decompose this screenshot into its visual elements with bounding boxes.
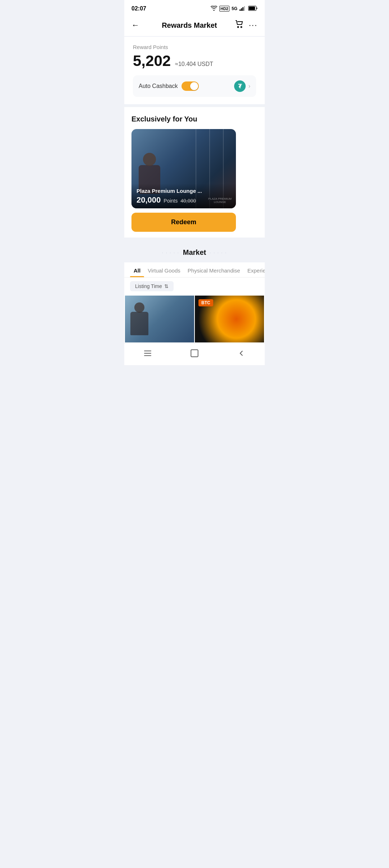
- wifi-icon: [211, 6, 217, 12]
- svg-rect-5: [249, 6, 255, 10]
- menu-nav-icon[interactable]: [143, 349, 152, 358]
- tab-physical-merchandise[interactable]: Physical Merchandise: [184, 262, 244, 277]
- svg-point-7: [241, 27, 242, 28]
- hd2-badge: HD2: [219, 6, 229, 12]
- svg-rect-2: [242, 7, 243, 11]
- svg-point-6: [237, 27, 238, 28]
- filter-label: Listing Time: [135, 283, 162, 289]
- tab-virtual-goods[interactable]: Virtual Goods: [144, 262, 184, 277]
- auto-cashback-wrapper: Auto Cashback ₮ ›: [124, 75, 265, 104]
- plaza-logo: PLAZA PREMIUMLOUNGE: [208, 197, 232, 204]
- card-lounge-name: Plaza Premium Lounge ...: [137, 188, 231, 194]
- market-header: · · · · · Market · · · · ·: [124, 248, 265, 262]
- back-button[interactable]: ←: [131, 21, 144, 30]
- svg-rect-11: [191, 350, 198, 357]
- exclusive-section: Exclusively for You Plaza Premium Lounge…: [124, 107, 265, 238]
- cashback-label: Auto Cashback: [139, 83, 178, 89]
- cart-icon[interactable]: [234, 19, 244, 31]
- product-grid: BTC: [124, 295, 265, 343]
- auto-cashback-box: Auto Cashback ₮ ›: [133, 75, 256, 97]
- status-icons: HD2 5G: [211, 6, 258, 12]
- header: ← Rewards Market ···: [124, 16, 265, 36]
- tab-all[interactable]: All: [130, 262, 144, 277]
- header-actions: ···: [234, 19, 258, 31]
- product-card-btc[interactable]: BTC: [195, 296, 264, 342]
- cashback-left: Auto Cashback: [139, 81, 199, 91]
- status-time: 02:07: [131, 5, 146, 12]
- card-points-label: Points: [164, 198, 178, 204]
- product-image-btc: BTC: [195, 296, 264, 342]
- tether-icon: ₮: [234, 80, 246, 92]
- reward-points-label: Reward Points: [133, 44, 256, 50]
- product-image-lounge: [125, 296, 194, 342]
- market-dots-right: · · · · ·: [210, 250, 227, 255]
- 5g-badge: 5G: [232, 6, 237, 11]
- signal-icon: [240, 6, 246, 12]
- sort-icon: ⇅: [164, 283, 169, 289]
- status-bar: 02:07 HD2 5G: [124, 0, 265, 16]
- market-section: · · · · · Market · · · · · All Virtual G…: [124, 240, 265, 343]
- svg-rect-0: [240, 9, 241, 11]
- reward-points-row: 5,202 ≈10.404 USDT: [133, 52, 256, 70]
- cashback-right[interactable]: ₮ ›: [234, 80, 250, 92]
- rewards-section: Reward Points 5,202 ≈10.404 USDT: [124, 37, 265, 75]
- card-points-original: 40,000: [180, 198, 196, 204]
- battery-icon: [248, 6, 258, 12]
- tab-experiences[interactable]: Experien: [244, 262, 265, 277]
- bottom-nav: [124, 343, 265, 365]
- market-title: Market: [183, 248, 206, 257]
- filter-row: Listing Time ⇅: [124, 278, 265, 295]
- back-nav-icon[interactable]: [237, 349, 246, 358]
- card-overlay: Plaza Premium Lounge ... 20,000 Points 4…: [131, 183, 236, 208]
- home-nav-icon[interactable]: [190, 349, 199, 358]
- btc-badge: BTC: [198, 299, 213, 306]
- exclusive-card: Plaza Premium Lounge ... 20,000 Points 4…: [131, 129, 236, 208]
- redeem-button[interactable]: Redeem: [131, 213, 236, 232]
- more-icon[interactable]: ···: [249, 21, 258, 30]
- listing-time-filter[interactable]: Listing Time ⇅: [130, 281, 174, 291]
- card-points-main: 20,000: [137, 195, 161, 205]
- svg-rect-3: [244, 6, 245, 11]
- market-dots-left: · · · · ·: [162, 250, 179, 255]
- product-card-lounge[interactable]: [125, 296, 194, 342]
- section-divider-2: [124, 238, 265, 240]
- market-tabs: All Virtual Goods Physical Merchandise E…: [124, 262, 265, 278]
- svg-rect-1: [241, 8, 242, 11]
- exclusive-title: Exclusively for You: [131, 115, 258, 123]
- auto-cashback-toggle[interactable]: [182, 81, 199, 91]
- toggle-knob: [190, 82, 198, 90]
- section-divider: [124, 104, 265, 107]
- card-image: Plaza Premium Lounge ... 20,000 Points 4…: [131, 129, 236, 208]
- page-title: Rewards Market: [162, 21, 217, 30]
- cashback-chevron-icon: ›: [249, 83, 250, 89]
- reward-usdt-value: ≈10.404 USDT: [175, 61, 213, 67]
- reward-points-value: 5,202: [133, 52, 171, 70]
